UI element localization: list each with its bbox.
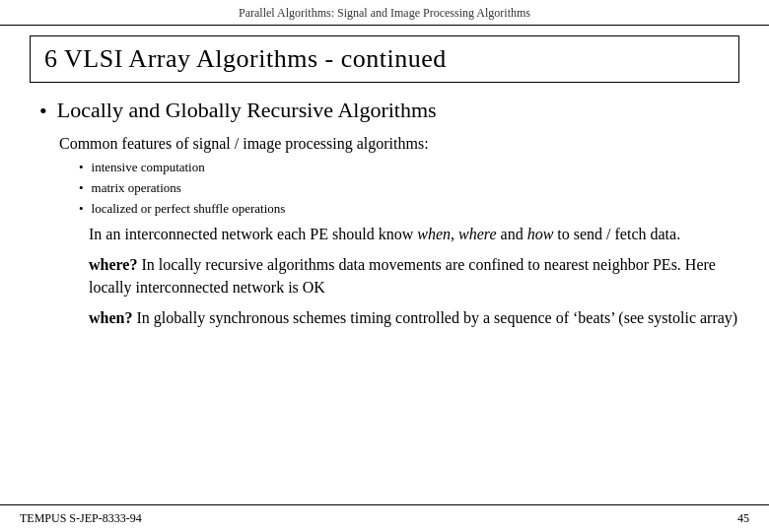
sub-bullet-list: intensive computation matrix operations … [79, 159, 739, 219]
paragraph-3: when? In globally synchronous schemes ti… [89, 306, 739, 329]
sub-bullet-text-1: intensive computation [92, 159, 205, 176]
page-container: Parallel Algorithms: Signal and Image Pr… [0, 0, 769, 532]
para1-suffix: to send / fetch data. [553, 226, 680, 242]
sub-bullet-item: matrix operations [79, 179, 739, 197]
main-bullet: • Locally and Globally Recursive Algorit… [39, 97, 739, 125]
para1-italic2: where [458, 226, 497, 242]
para1-italic1: when, [417, 226, 454, 242]
para3-text: In globally synchronous schemes timing c… [132, 309, 737, 326]
para1-italic3: how [527, 226, 554, 242]
header-bar: Parallel Algorithms: Signal and Image Pr… [0, 0, 769, 26]
main-bullet-dot: • [39, 99, 47, 124]
slide-title: 6 VLSI Array Algorithms - continued [44, 44, 447, 73]
para1-middle2: and [497, 226, 527, 242]
header-title: Parallel Algorithms: Signal and Image Pr… [239, 6, 530, 20]
sub-bullet-text-3: localized or perfect shuffle operations [92, 200, 286, 218]
main-bullet-text: Locally and Globally Recursive Algorithm… [57, 97, 437, 125]
para3-bold: when? [89, 309, 132, 326]
para1-prefix: In an interconnected network each PE sho… [89, 226, 417, 242]
sub-bullet-item: localized or perfect shuffle operations [79, 200, 739, 218]
sub-bullet-item: intensive computation [79, 159, 739, 176]
para2-bold: where? [89, 256, 137, 273]
common-features-label: Common features of signal / image proces… [59, 133, 739, 155]
content-area: 6 VLSI Array Algorithms - continued • Lo… [0, 26, 769, 504]
paragraph-1: In an interconnected network each PE sho… [89, 223, 739, 245]
sub-bullet-text-2: matrix operations [92, 179, 181, 197]
slide-title-box: 6 VLSI Array Algorithms - continued [30, 35, 739, 83]
paragraph-2: where? In locally recursive algorithms d… [89, 253, 739, 299]
footer-page-number: 45 [737, 511, 749, 526]
para2-text: In locally recursive algorithms data mov… [89, 256, 716, 296]
footer-bar: TEMPUS S-JEP-8333-94 45 [0, 504, 769, 532]
common-features-section: Common features of signal / image proces… [59, 133, 739, 338]
footer-left: TEMPUS S-JEP-8333-94 [20, 511, 142, 526]
